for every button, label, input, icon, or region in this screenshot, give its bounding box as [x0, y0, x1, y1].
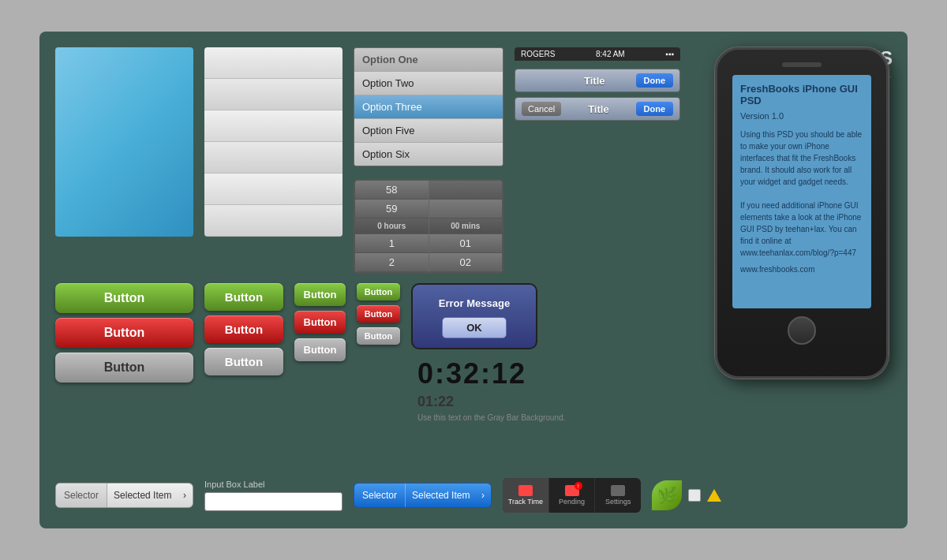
time-cell[interactable]: 58 [355, 181, 429, 200]
battery-icon: ▪▪▪ [665, 50, 674, 58]
time-cell[interactable]: 01 [429, 234, 503, 253]
large-button-group: Button Button Button [55, 283, 193, 383]
time-cell-selected[interactable]: 00 mins [429, 218, 503, 234]
iphone-home-button[interactable] [788, 316, 816, 345]
blue-rectangle [55, 47, 193, 237]
selector-gray[interactable]: Selector Selected Item › [55, 483, 193, 508]
iphone-screen-url: www.freshbooks.com [740, 265, 863, 274]
error-dialog: Error Message OK [411, 283, 537, 349]
nav-cancel-button[interactable]: Cancel [522, 102, 561, 116]
tab-settings-label: Settings [605, 498, 631, 506]
nav-title-1: Title [584, 75, 605, 87]
striped-row [204, 205, 342, 237]
nav-bar-1: Title Done [515, 69, 680, 92]
input-field[interactable] [204, 492, 342, 511]
xsmall-green-button[interactable]: Button [357, 283, 400, 301]
main-panel: Option One Option Two Option Three Optio… [39, 32, 908, 528]
large-red-button[interactable]: Button [55, 318, 193, 348]
dropdown-item-option-six[interactable]: Option Six [354, 143, 503, 166]
large-green-button[interactable]: Button [55, 283, 193, 313]
icon-group: 🌿 [652, 480, 721, 510]
tab-settings-icon [611, 485, 625, 496]
selector-gray-label: Selector [56, 483, 107, 507]
tab-pending-label: Pending [559, 498, 585, 506]
input-box-label: Input Box Label [204, 480, 342, 489]
medium-gray-button[interactable]: Button [204, 348, 283, 375]
striped-row [204, 47, 342, 79]
striped-list [204, 47, 342, 237]
time-picker[interactable]: 58 59 0 hours 1 2 00 mins 01 02 [354, 179, 503, 274]
nav-bar-2: Cancel Title Done [515, 97, 680, 121]
time-cell[interactable] [429, 181, 503, 200]
picker-column: Option One Option Two Option Three Optio… [354, 47, 503, 274]
warning-icon [707, 489, 721, 502]
timer-big: 0:32:12 [417, 357, 565, 390]
iphone-screen: FreshBooks iPhone GUI PSD Version 1.0 Us… [732, 75, 871, 308]
chevron-right-icon: › [183, 490, 186, 501]
chevron-right-icon-blue: › [481, 490, 485, 501]
time-label: 8:42 AM [596, 50, 625, 58]
medium-red-button[interactable]: Button [204, 315, 283, 343]
time-cell[interactable]: 02 [429, 253, 503, 272]
selector-blue-label: Selector [354, 483, 406, 507]
timer-label: Use this text on the Gray Bar Background… [417, 413, 565, 422]
tab-bar: Track Time ! Pending Settings [503, 478, 641, 513]
error-title: Error Message [439, 297, 510, 309]
error-timer-section: Error Message OK 0:32:12 01:22 Use this … [411, 283, 565, 422]
striped-row [204, 110, 342, 142]
time-cell[interactable]: 59 [355, 200, 429, 218]
striped-row [204, 174, 342, 205]
error-ok-button[interactable]: OK [442, 317, 507, 338]
xsmall-red-button[interactable]: Button [357, 305, 400, 323]
status-bar: ROGERS 8:42 AM ▪▪▪ [515, 47, 680, 61]
large-gray-button[interactable]: Button [55, 353, 193, 383]
time-cell[interactable] [429, 200, 503, 218]
timer-area: 0:32:12 01:22 Use this text on the Gray … [417, 357, 565, 422]
iphone-bars-section: ROGERS 8:42 AM ▪▪▪ Title Done Cancel Tit… [515, 47, 680, 121]
tab-track-time-label: Track Time [508, 498, 543, 506]
time-cell-selected[interactable]: 0 hours [355, 218, 429, 234]
dropdown-item-option-two[interactable]: Option Two [354, 72, 503, 95]
time-col-mins: 00 mins 01 02 [429, 181, 503, 272]
badge-icon: ! [575, 482, 582, 490]
bottom-row: Selector Selected Item › Input Box Label… [55, 478, 892, 513]
nav-title-2: Title [588, 103, 609, 115]
iphone-device: FreshBooks iPhone GUI PSD Version 1.0 Us… [715, 47, 889, 379]
iphone-screen-version: Version 1.0 [740, 111, 863, 121]
striped-row [204, 142, 342, 174]
time-cell[interactable]: 1 [355, 234, 429, 253]
xsmall-button-group: Button Button Button [357, 283, 400, 345]
dropdown-item-option-one[interactable]: Option One [354, 48, 503, 72]
iphone-screen-body: Using this PSD you should be able to mak… [740, 129, 863, 259]
tab-track-time-icon [518, 485, 533, 496]
dropdown-list[interactable]: Option One Option Two Option Three Optio… [354, 47, 503, 166]
time-cell[interactable]: 2 [355, 253, 429, 272]
small-button-group: Button Button Button [294, 283, 346, 361]
tab-pending[interactable]: ! Pending [549, 478, 596, 513]
nav-done-button-2[interactable]: Done [636, 102, 674, 116]
selector-blue[interactable]: Selector Selected Item › [354, 483, 492, 508]
tab-settings[interactable]: Settings [595, 478, 641, 513]
small-red-button[interactable]: Button [294, 311, 346, 334]
dropdown-item-option-five[interactable]: Option Five [354, 119, 503, 143]
input-section: Input Box Label [204, 480, 342, 511]
small-gray-button[interactable]: Button [294, 338, 346, 361]
medium-green-button[interactable]: Button [204, 283, 283, 311]
tab-pending-icon: ! [565, 485, 579, 496]
selector-blue-value: Selected Item › [406, 490, 491, 501]
medium-button-group: Button Button Button [204, 283, 283, 375]
doc-icon [688, 489, 701, 502]
nav-done-button-1[interactable]: Done [636, 73, 674, 88]
timer-small: 01:22 [417, 394, 565, 410]
tab-track-time[interactable]: Track Time [503, 478, 549, 513]
small-green-button[interactable]: Button [294, 283, 346, 306]
time-col-hours: 58 59 0 hours 1 2 [355, 181, 429, 272]
xsmall-gray-button[interactable]: Button [357, 327, 400, 345]
leaf-icon: 🌿 [652, 480, 682, 510]
iphone-speaker [782, 62, 822, 67]
carrier-label: ROGERS [521, 50, 555, 58]
selector-gray-value: Selected Item › [107, 490, 193, 501]
iphone-screen-title: FreshBooks iPhone GUI PSD [740, 83, 863, 106]
dropdown-item-option-three[interactable]: Option Three [354, 95, 503, 119]
striped-row [204, 79, 342, 110]
